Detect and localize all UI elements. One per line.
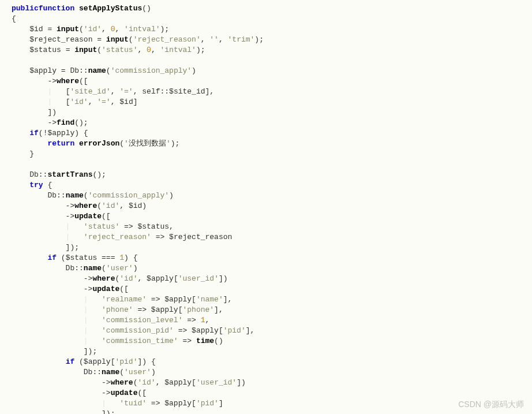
code-token: (	[97, 46, 102, 54]
code-token: )	[192, 66, 196, 75]
code-token: 'commission_apply'	[88, 191, 169, 200]
code-token: time	[196, 337, 214, 345]
code-token: ();	[74, 118, 88, 127]
code-token: 'commission_apply'	[111, 66, 192, 75]
code-token: 'tuid'	[119, 399, 147, 408]
code-token: =>	[119, 222, 137, 231]
code-token	[12, 357, 66, 366]
code-token: ) {	[124, 253, 137, 262]
code-token: );	[254, 35, 264, 44]
code-token: $apply	[192, 326, 219, 335]
code-token: =>	[151, 233, 169, 241]
code-token: 'user_id'	[196, 378, 237, 387]
code-token: {	[43, 181, 53, 189]
code-token: update	[92, 285, 119, 293]
code-token: return	[47, 139, 74, 148]
code-token: 'id'	[137, 378, 155, 387]
code-token: =>	[182, 316, 200, 325]
code-token: ,	[111, 87, 120, 96]
code-token: 'trim'	[228, 35, 255, 44]
code-token: 'intval'	[160, 46, 196, 54]
code-token: ) {	[74, 129, 88, 137]
code-token: ,	[137, 46, 147, 54]
code-token: startTrans	[47, 170, 92, 179]
code-token: );	[171, 139, 180, 148]
code-token: $apply	[164, 378, 192, 387]
code-token: );	[160, 25, 170, 33]
code-token: $id	[119, 98, 133, 106]
code-token: = Db::	[57, 66, 88, 75]
code-token: 'pid'	[196, 399, 219, 408]
code-token: {	[12, 14, 16, 23]
code-token: ,	[219, 35, 228, 44]
code-token: 'commission_pid'	[102, 326, 174, 335]
code-token: function	[39, 4, 74, 13]
code-token: ]	[219, 399, 223, 408]
code-token: |	[12, 87, 66, 96]
code-token: [	[192, 378, 196, 387]
code-token: 'status'	[102, 46, 137, 54]
code-token: ([	[79, 77, 88, 85]
code-token: $status	[137, 222, 169, 231]
code-token: |	[12, 98, 66, 106]
code-token: )	[142, 202, 147, 210]
code-token: 'realname'	[102, 295, 147, 304]
code-token: ,	[151, 46, 160, 54]
code-token: }	[12, 150, 34, 158]
code-token: 'phone'	[102, 305, 133, 314]
code-token: public	[12, 4, 39, 13]
code-token: (	[84, 191, 88, 200]
code-token: =>	[147, 295, 164, 304]
code-token: (	[106, 66, 111, 75]
code-token: ();	[92, 170, 106, 179]
code-token: 1	[201, 316, 205, 325]
code-token: $apply	[164, 399, 192, 408]
code-token: name	[66, 191, 84, 200]
code-token: ,	[115, 25, 125, 33]
code-token: ])	[237, 378, 246, 387]
code-token: ->	[12, 389, 111, 397]
code-token	[12, 66, 29, 75]
code-token	[12, 35, 29, 44]
code-token: find	[57, 118, 74, 127]
code-token: (	[57, 253, 66, 262]
code-token: 'name'	[196, 295, 223, 304]
code-token: $apply	[84, 357, 111, 366]
code-token	[74, 4, 79, 13]
code-token: Db::	[12, 368, 102, 376]
code-token: (	[119, 368, 124, 376]
code-token: 'commission_time'	[102, 337, 178, 345]
code-token: ])	[12, 108, 57, 117]
code-token: ,	[201, 35, 210, 44]
code-token	[12, 129, 29, 137]
code-token: 'reject_reason'	[133, 35, 201, 44]
code-token	[12, 25, 29, 33]
code-token: update	[111, 389, 138, 397]
code-token: 'user_id'	[178, 274, 219, 283]
code-token: (	[129, 35, 133, 44]
code-token: where	[111, 378, 133, 387]
code-token: $id	[29, 25, 43, 33]
code-token: ->	[12, 212, 74, 221]
code-token: ()	[214, 337, 223, 345]
code-token: ->	[12, 378, 111, 387]
code-token: ,	[102, 25, 111, 33]
code-token: =	[61, 46, 74, 54]
code-token: =	[92, 35, 106, 44]
code-token: $id	[129, 202, 142, 210]
code-token: ,	[111, 98, 120, 106]
code-token: |	[12, 233, 84, 241]
code-token: try	[29, 181, 43, 189]
code-token: |	[12, 222, 84, 231]
code-token: |	[12, 337, 102, 345]
code-token: ],	[246, 326, 255, 335]
code-token: ([	[137, 389, 147, 397]
code-token: 'pid'	[223, 326, 246, 335]
code-token: =>	[174, 326, 192, 335]
code-token: ],	[223, 295, 233, 304]
code-token: 'pid'	[115, 357, 137, 366]
code-token: (	[102, 264, 106, 273]
code-token: setApplyStatus	[79, 4, 142, 13]
code-token: update	[74, 212, 102, 221]
code-token: if	[29, 129, 39, 137]
